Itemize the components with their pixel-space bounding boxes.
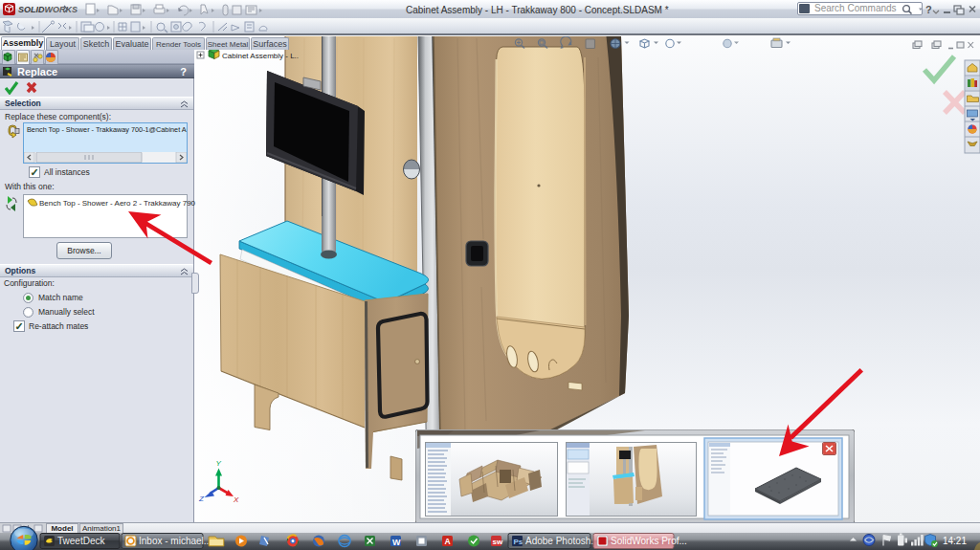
svg-text:SOLIDWORKS: SOLIDWORKS [18, 5, 78, 14]
svg-text:Ps: Ps [514, 538, 523, 546]
svg-text:Inbox - michael...: Inbox - michael... [139, 536, 212, 546]
svg-text:Cabinet Assembly - L..: Cabinet Assembly - L.. [222, 52, 299, 60]
svg-text:Z: Z [198, 495, 205, 503]
svg-text:A: A [445, 537, 451, 546]
svg-text:?: ? [925, 4, 932, 15]
svg-text:14:21: 14:21 [943, 536, 967, 546]
svg-text:sw: sw [493, 538, 503, 546]
svg-text:SolidWorks Prof...: SolidWorks Prof... [611, 536, 687, 546]
svg-text:TweetDeck: TweetDeck [57, 536, 105, 546]
svg-text:W: W [392, 538, 401, 547]
svg-text:X: X [233, 495, 239, 504]
svg-text:Adobe Photosh...: Adobe Photosh... [525, 536, 599, 546]
svg-text:Y: Y [216, 459, 222, 468]
